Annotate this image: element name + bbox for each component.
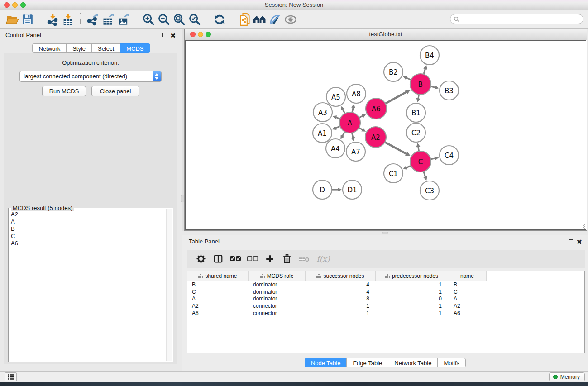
table-cell[interactable]: B <box>448 281 487 288</box>
table-row[interactable]: Adominator80A <box>187 295 584 302</box>
column-header-name[interactable]: name <box>448 271 487 281</box>
result-list-item[interactable]: A2 <box>10 211 166 218</box>
table-cell[interactable]: 1 <box>376 289 448 295</box>
tab-network[interactable]: Network <box>32 43 67 53</box>
table-cell[interactable]: connector <box>249 303 306 309</box>
optimization-criterion-dropdown[interactable]: largest connected component (directed) <box>19 71 162 82</box>
search-input[interactable] <box>461 15 576 23</box>
close-panel-icon[interactable]: ✖ <box>170 33 176 38</box>
table-cell[interactable]: A6 <box>187 310 249 316</box>
edge-B-B1[interactable] <box>418 95 419 99</box>
table-cell[interactable]: connector <box>249 310 306 316</box>
table-scrollbar[interactable] <box>581 271 581 353</box>
table-row[interactable]: Bdominator41B <box>187 281 584 288</box>
table-cell[interactable]: dominator <box>249 281 306 288</box>
edge-A-A2[interactable] <box>359 128 363 130</box>
table-cell[interactable]: dominator <box>249 289 306 295</box>
delete-table-button[interactable] <box>296 251 313 267</box>
tab-network-table[interactable]: Network Table <box>388 358 438 367</box>
resize-grip-icon[interactable] <box>579 223 585 229</box>
table-cell[interactable]: 0 <box>376 295 448 302</box>
export-network-button[interactable] <box>85 12 100 27</box>
tab-motifs[interactable]: Motifs <box>437 358 466 367</box>
delete-column-button[interactable] <box>278 251 296 267</box>
float-panel-icon[interactable] <box>162 33 166 37</box>
table-cell[interactable]: 1 <box>376 310 448 316</box>
table-cell[interactable]: 1 <box>306 310 376 316</box>
tab-select[interactable]: Select <box>91 43 120 53</box>
import-network-button[interactable] <box>45 12 60 27</box>
edge-A-A4[interactable] <box>342 132 344 136</box>
save-session-button[interactable] <box>20 12 35 27</box>
table-row[interactable]: Cdominator41C <box>187 288 584 295</box>
result-list-item[interactable]: A <box>10 218 166 225</box>
export-table-button[interactable] <box>100 12 116 27</box>
float-table-panel-icon[interactable] <box>569 239 573 243</box>
column-header-predecessor-nodes[interactable]: predecessor nodes <box>376 271 448 281</box>
create-column-button[interactable] <box>261 251 278 267</box>
hide-graphics-details-button[interactable] <box>268 12 283 27</box>
network-canvas[interactable]: B4B2BB3A8A5A6A3B1AA1C2A2A4A7C4CC1C3DD1 <box>185 40 586 230</box>
table-cell[interactable]: 4 <box>306 281 376 288</box>
table-cell[interactable]: A <box>187 295 249 302</box>
zoom-out-button[interactable] <box>156 12 172 27</box>
table-cell[interactable]: dominator <box>249 295 306 302</box>
table-cell[interactable]: 1 <box>306 303 376 309</box>
dropdown-stepper-icon[interactable] <box>153 71 161 81</box>
edge-B-B2[interactable] <box>406 78 411 80</box>
horizontal-splitter[interactable] <box>182 231 588 235</box>
edge-A-A7[interactable] <box>352 133 353 138</box>
table-cell[interactable]: 1 <box>376 281 448 288</box>
table-row[interactable]: A6connector11A6 <box>187 310 584 317</box>
show-all-columns-button[interactable] <box>227 251 244 267</box>
table-cell[interactable]: A <box>448 295 487 302</box>
open-session-button[interactable] <box>5 12 20 27</box>
edge-C-C2[interactable] <box>418 147 419 151</box>
edge-C-C1[interactable] <box>406 166 411 168</box>
edge-A-A5[interactable] <box>343 109 345 113</box>
export-image-button[interactable] <box>116 12 131 27</box>
zoom-selected-button[interactable] <box>187 12 202 27</box>
tab-edge-table[interactable]: Edge Table <box>346 358 388 367</box>
table-cell[interactable]: 8 <box>306 295 376 302</box>
result-list-item[interactable]: B <box>10 225 166 233</box>
column-header-successor-nodes[interactable]: successor nodes <box>306 271 376 281</box>
result-scrollbar[interactable] <box>166 209 172 361</box>
home-button[interactable] <box>252 12 268 27</box>
memory-button[interactable]: Memory <box>549 372 585 381</box>
network-snapshot-button[interactable] <box>237 12 252 27</box>
edge-B-B4[interactable] <box>424 69 425 74</box>
close-panel-button[interactable]: Close panel <box>91 86 139 96</box>
task-history-button[interactable] <box>5 372 17 381</box>
edge-A2-C[interactable] <box>385 142 406 154</box>
run-mcds-button[interactable]: Run MCDS <box>42 86 86 96</box>
edge-C-C3[interactable] <box>424 172 425 177</box>
table-cell[interactable]: 4 <box>306 289 376 295</box>
edge-A-A3[interactable] <box>336 117 340 119</box>
table-row[interactable]: A2connector11A2 <box>187 302 584 310</box>
tab-node-table[interactable]: Node Table <box>305 358 347 367</box>
split-view-button[interactable] <box>210 251 227 267</box>
zoom-in-button[interactable] <box>141 12 156 27</box>
edge-C-C4[interactable] <box>431 158 435 159</box>
hide-all-columns-button[interactable] <box>244 251 261 267</box>
edge-A6-B[interactable] <box>386 92 406 104</box>
refresh-view-button[interactable] <box>212 12 227 27</box>
table-cell[interactable]: B <box>187 281 249 288</box>
close-table-panel-icon[interactable]: ✖ <box>576 239 582 245</box>
edge-B-B3[interactable] <box>431 86 435 87</box>
table-settings-button[interactable] <box>192 251 210 267</box>
edge-A-A6[interactable] <box>359 116 363 118</box>
result-list-item[interactable]: C <box>10 233 166 240</box>
table-cell[interactable]: 1 <box>376 303 448 309</box>
tab-style[interactable]: Style <box>66 43 92 53</box>
table-cell[interactable]: C <box>187 289 249 295</box>
function-builder-button[interactable]: f(x) <box>313 251 334 267</box>
table-cell[interactable]: A6 <box>448 310 487 316</box>
column-header-shared-name[interactable]: shared name <box>187 271 249 281</box>
result-list-item[interactable]: A6 <box>10 240 166 247</box>
horizontal-splitter-grip[interactable] <box>382 232 388 234</box>
import-table-button[interactable] <box>60 12 76 27</box>
show-hide-details-button[interactable] <box>283 12 298 27</box>
table-cell[interactable]: C <box>448 289 487 295</box>
